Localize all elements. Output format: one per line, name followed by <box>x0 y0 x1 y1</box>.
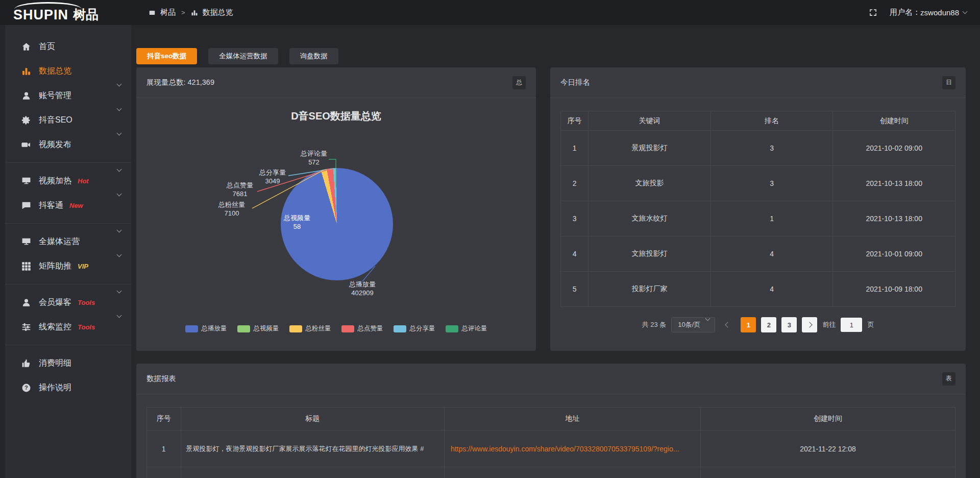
user-menu[interactable]: 用户名： zswodun88 <box>890 8 967 17</box>
goto-page-input[interactable] <box>841 318 862 332</box>
sidebar-item-matrix-boost[interactable]: 矩阵助推 VIP <box>0 254 131 278</box>
chart-legend: 总播放量 总视频量 总粉丝量 总点赞量 总分享量 总评论量 <box>136 324 536 333</box>
tab-inquiry-data[interactable]: 询盘数据 <box>289 48 338 64</box>
pie-label-likes: 总点赞量7681 <box>218 181 262 198</box>
cell: 3 <box>561 201 589 236</box>
next-page-button[interactable] <box>802 317 817 332</box>
table-badge-button[interactable]: 表 <box>942 372 955 386</box>
cell: 4 <box>710 272 833 307</box>
legend-item-shares[interactable]: 总分享量 <box>394 324 435 333</box>
sidebar: 首页 数据总览 账号管理 抖音SEO 视频发布 视频加热 Hot 抖客通 New… <box>0 25 131 478</box>
col-header: 地址 <box>444 408 700 431</box>
legend-item-fans[interactable]: 总粉丝量 <box>289 324 331 333</box>
prev-page-button[interactable] <box>720 317 736 332</box>
sidebar-item-label: 会员爆客 <box>39 297 71 308</box>
pagination-total: 共 23 条 <box>642 320 667 329</box>
pie-label-fans: 总粉丝量7100 <box>210 200 254 218</box>
sidebar-item-account[interactable]: 账号管理 <box>0 83 131 108</box>
legend-swatch <box>341 325 354 332</box>
sidebar-item-help[interactable]: ? 操作说明 <box>0 375 131 400</box>
cell: 1 <box>710 201 833 236</box>
username-value: zswodun88 <box>920 8 959 17</box>
sidebar-item-label: 视频发布 <box>39 139 71 150</box>
tools-badge: Tools <box>78 299 95 306</box>
sidebar-divider <box>0 284 131 284</box>
sidebar-item-label: 首页 <box>39 41 55 52</box>
sidebar-item-media-ops[interactable]: 全媒体运营 <box>0 229 131 254</box>
username-label: 用户名： <box>890 8 920 17</box>
breadcrumb-item-overview[interactable]: 数据总览 <box>203 8 233 17</box>
cell: 文旅投影灯 <box>589 236 711 272</box>
col-header: 序号 <box>147 408 181 431</box>
sidebar-item-douketong[interactable]: 抖客通 New <box>0 193 131 218</box>
cell: 2021-10-02 09:00 <box>833 131 955 166</box>
col-header: 创建时间 <box>701 408 955 431</box>
cell: 2021-10-09 18:00 <box>833 272 955 307</box>
rank-table: 序号 关键词 排名 创建时间 1 景观投影灯 3 2021-10-02 09:0… <box>560 111 955 307</box>
cell: 景观投影灯 <box>589 131 711 166</box>
vip-badge: VIP <box>78 262 88 270</box>
sidebar-item-home[interactable]: 首页 <box>0 34 131 59</box>
sidebar-item-douyin-seo[interactable]: 抖音SEO <box>0 108 131 132</box>
sidebar-item-label: 矩阵助推 <box>39 261 71 272</box>
table-header-row: 序号 关键词 排名 创建时间 <box>561 111 955 131</box>
cell: 4 <box>561 236 589 272</box>
total-badge-button[interactable]: 总 <box>512 76 526 89</box>
page-button-3[interactable]: 3 <box>781 317 797 332</box>
tab-media-ops-data[interactable]: 全媒体运营数据 <box>208 48 278 64</box>
tab-douyin-seo-data[interactable]: 抖音seo数据 <box>136 48 197 64</box>
breadcrumb-item-shupin[interactable]: 树品 <box>160 8 176 17</box>
sidebar-item-data-overview[interactable]: 数据总览 <box>0 59 131 83</box>
sidebar-item-clue-monitor[interactable]: 线索监控 Tools <box>0 315 131 339</box>
page-button-1[interactable]: 1 <box>741 317 756 332</box>
topbar: SHUPIN 树品 树品 > 数据总览 用户名： zswodun88 <box>0 0 980 25</box>
sidebar-item-label: 全媒体运营 <box>39 236 80 247</box>
table-row <box>147 467 955 478</box>
table-row: 3 文旅水纹灯 1 2021-10-13 18:00 <box>561 201 955 236</box>
main-content: 抖音seo数据 全媒体运营数据 询盘数据 展现量总数: 421,369 总 D音… <box>131 25 980 478</box>
chevron-down-icon <box>705 316 710 321</box>
video-title-cell: 景观投影灯，夜游景观投影灯厂家展示展示落花灯在花园里的灯光投影应用效果 # <box>181 431 444 467</box>
legend-item-plays[interactable]: 总播放量 <box>185 324 227 333</box>
chevron-down-icon <box>117 289 122 294</box>
sidebar-item-consume-detail[interactable]: 消费明细 <box>0 351 131 375</box>
legend-item-likes[interactable]: 总点赞量 <box>341 324 383 333</box>
cell: 2021-11-22 12:08 <box>701 431 955 467</box>
page-button-2[interactable]: 2 <box>761 317 776 332</box>
sidebar-item-video-publish[interactable]: 视频发布 <box>0 132 131 157</box>
cell: 文旅水纹灯 <box>589 201 711 236</box>
day-badge-button[interactable]: 日 <box>942 76 955 89</box>
sidebar-item-label: 视频加热 <box>39 176 71 186</box>
sidebar-divider <box>0 162 131 163</box>
report-panel-title: 数据报表 <box>146 374 176 384</box>
pie-label-comments: 总评论量572 <box>291 149 337 166</box>
table-row: 2 文旅投影 3 2021-10-13 18:00 <box>561 166 955 201</box>
thumbs-up-icon <box>21 358 31 368</box>
sidebar-item-label: 账号管理 <box>39 90 71 101</box>
video-camera-icon <box>21 140 31 150</box>
sidebar-item-label: 抖音SEO <box>39 115 72 126</box>
chevron-down-icon <box>963 9 968 14</box>
cell <box>701 467 955 478</box>
sidebar-item-video-heat[interactable]: 视频加热 Hot <box>0 169 131 193</box>
app-logo[interactable]: SHUPIN 树品 <box>13 2 99 23</box>
pagination: 共 23 条 10条/页 1 2 3 前往 页 <box>560 317 955 332</box>
bar-chart-icon <box>191 9 198 16</box>
svg-text:?: ? <box>24 385 28 391</box>
chevron-down-icon <box>117 167 122 172</box>
cell: 文旅投影 <box>589 166 711 201</box>
legend-item-videos[interactable]: 总视频量 <box>237 324 279 333</box>
legend-item-comments[interactable]: 总评论量 <box>446 324 487 333</box>
col-header: 序号 <box>561 111 589 131</box>
topbar-right: 用户名： zswodun88 <box>869 8 967 17</box>
tools-badge: Tools <box>78 323 95 331</box>
data-report-panel: 数据报表 表 序号 标题 地址 创建时间 1 景观投影灯，夜游景观投影灯厂家展示… <box>136 364 966 478</box>
fullscreen-icon[interactable] <box>869 8 877 17</box>
video-link[interactable]: https://www.iesdouyin.com/share/video/70… <box>451 445 679 453</box>
cell: 2021-10-01 09:00 <box>833 236 955 272</box>
page-size-select[interactable]: 10条/页 <box>671 317 715 332</box>
chevron-down-icon <box>117 228 122 233</box>
sidebar-item-member[interactable]: 会员爆客 Tools <box>0 290 131 315</box>
chevron-left-icon <box>725 322 731 327</box>
chat-icon <box>21 201 31 210</box>
